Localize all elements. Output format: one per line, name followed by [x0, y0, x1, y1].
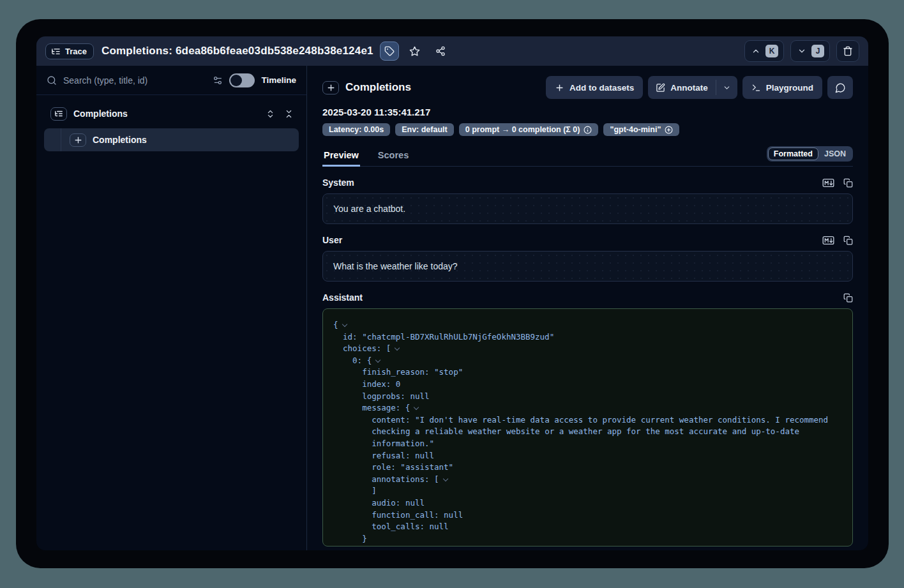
assistant-json-box: {id: "chatcmpl-BD7XRulRhULb7NjGfeOkhN3BB…	[322, 308, 853, 547]
timeline-toggle[interactable]	[229, 73, 255, 87]
json-line: {	[333, 319, 842, 331]
share-button[interactable]	[431, 41, 450, 61]
tab-preview[interactable]: Preview	[322, 150, 360, 167]
chevron-down-icon	[723, 84, 731, 92]
next-trace-button[interactable]: J	[790, 40, 830, 62]
tree-item-completions-selected[interactable]: Completions	[44, 128, 299, 151]
info-icon	[584, 126, 592, 134]
observation-panel: Completions Add to datasets	[307, 66, 868, 550]
assistant-section-header: Assistant	[322, 292, 853, 303]
tag-button[interactable]	[380, 41, 399, 61]
copy-icon[interactable]	[843, 178, 853, 188]
env-badge: Env: default	[395, 123, 454, 136]
playground-button[interactable]: Playground	[742, 76, 822, 99]
tree-root-completions[interactable]: Completions	[43, 103, 300, 124]
copy-icon[interactable]	[843, 236, 853, 245]
terminal-icon	[751, 83, 761, 93]
annotate-button[interactable]: Annotate	[648, 76, 716, 99]
latency-badge: Latency: 0.00s	[322, 123, 390, 136]
timeline-toggle-label: Timeline	[261, 75, 296, 85]
markdown-icon[interactable]	[822, 178, 834, 188]
json-line: }	[333, 545, 842, 547]
app-content: Trace Completions: 6dea86b6feae03db538e2…	[36, 36, 868, 550]
env-badge-label: Env: default	[402, 125, 448, 134]
annotate-icon	[656, 83, 665, 93]
search-icon	[47, 75, 57, 86]
tab-scores[interactable]: Scores	[377, 150, 410, 166]
tabs-row: Preview Scores Formatted JSON	[322, 144, 853, 167]
chevron-down-icon	[797, 47, 806, 56]
trace-badge-label: Trace	[65, 47, 87, 56]
collapse-chevron-icon[interactable]	[342, 322, 347, 327]
observation-header: Completions Add to datasets	[322, 75, 853, 100]
json-line: 0: {	[333, 355, 842, 367]
star-icon	[409, 46, 420, 57]
system-message-box: You are a chatbot.	[322, 193, 853, 224]
user-section-icons	[822, 236, 853, 245]
filter-sliders-icon[interactable]	[213, 75, 223, 86]
collapse-chevron-icon[interactable]	[442, 476, 448, 481]
observation-timestamp: 2025-03-20 11:35:41.217	[322, 107, 853, 117]
prev-trace-button[interactable]: K	[744, 40, 784, 62]
copy-icon[interactable]	[843, 293, 853, 303]
model-badge[interactable]: "gpt-4o-mini"	[603, 123, 679, 136]
trash-icon	[843, 46, 853, 56]
format-formatted-option[interactable]: Formatted	[768, 147, 818, 160]
model-badge-label: "gpt-4o-mini"	[610, 125, 661, 134]
json-line: logprobs: null	[333, 391, 842, 403]
json-line: finish_reason: "stop"	[333, 366, 842, 379]
circle-plus-icon	[665, 126, 673, 134]
collapse-chevron-icon[interactable]	[414, 405, 419, 410]
shortcut-key-j: J	[811, 45, 824, 57]
timeline-toggle-knob	[230, 75, 242, 86]
json-line: index: 0	[333, 379, 842, 391]
json-line: refusal: null	[333, 450, 842, 462]
desktop-background: Trace Completions: 6dea86b6feae03db538e2…	[0, 0, 904, 588]
annotate-dropdown-button[interactable]	[716, 76, 737, 99]
token-usage-label: 0 prompt → 0 completion (Σ 0)	[465, 125, 580, 134]
system-label: System	[322, 177, 354, 188]
assistant-label: Assistant	[322, 292, 363, 303]
assistant-section-icons	[843, 293, 853, 303]
observation-title: Completions	[345, 81, 411, 94]
app-window: Trace Completions: 6dea86b6feae03db538e2…	[16, 19, 889, 568]
assistant-json: {id: "chatcmpl-BD7XRulRhULb7NjGfeOkhN3BB…	[333, 319, 842, 547]
collapse-chevron-icon[interactable]	[395, 345, 400, 351]
token-usage-badge[interactable]: 0 prompt → 0 completion (Σ 0)	[459, 123, 599, 136]
user-message-box: What is the weather like today?	[322, 251, 853, 282]
tree-controls	[266, 109, 294, 119]
top-bar: Trace Completions: 6dea86b6feae03db538e2…	[36, 36, 868, 66]
json-line: annotations: [	[333, 474, 842, 486]
user-message-text: What is the weather like today?	[333, 261, 458, 271]
json-line: audio: null	[333, 497, 842, 509]
sidebar-search-row: Timeline	[36, 66, 306, 95]
trace-badge[interactable]: Trace	[45, 43, 94, 59]
star-button[interactable]	[405, 41, 425, 61]
annotate-label: Annotate	[670, 83, 708, 93]
trace-tree-icon	[51, 47, 61, 56]
generation-icon	[322, 81, 339, 94]
share-icon	[435, 46, 446, 56]
collapse-icon[interactable]	[284, 109, 294, 119]
comments-button[interactable]	[827, 76, 853, 99]
latency-badge-label: Latency: 0.00s	[329, 125, 384, 134]
system-section-icons	[822, 178, 853, 188]
json-line: role: "assistant"	[333, 462, 842, 474]
system-message-text: You are a chatbot.	[333, 204, 405, 214]
json-line: tool_calls: null	[333, 521, 842, 533]
add-to-datasets-button[interactable]: Add to datasets	[546, 76, 643, 99]
collapse-chevron-icon[interactable]	[375, 358, 380, 363]
delete-trace-button[interactable]	[836, 40, 859, 62]
unfold-icon[interactable]	[266, 109, 275, 119]
tree-root-label: Completions	[73, 109, 128, 119]
search-input[interactable]	[63, 75, 206, 86]
system-section-header: System	[322, 177, 853, 188]
comment-icon	[835, 82, 846, 93]
trace-sidebar: Timeline Completions	[36, 66, 307, 550]
generation-icon	[70, 133, 86, 147]
page-title: Completions: 6dea86b6feae03db538e248b38e…	[102, 45, 373, 57]
json-line: ]	[333, 485, 842, 497]
user-section-header: User	[322, 235, 853, 245]
markdown-icon[interactable]	[822, 236, 834, 245]
format-json-option[interactable]: JSON	[818, 147, 852, 160]
